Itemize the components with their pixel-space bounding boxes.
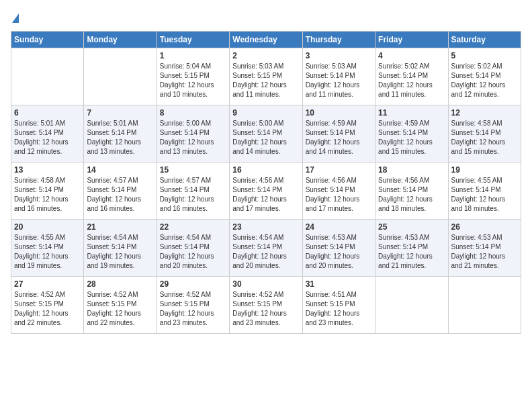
day-cell: 11Sunrise: 4:59 AM Sunset: 5:14 PM Dayli… bbox=[375, 105, 448, 162]
header-sunday: Sunday bbox=[11, 31, 84, 48]
day-cell bbox=[375, 276, 448, 333]
day-number: 30 bbox=[232, 279, 299, 289]
day-number: 1 bbox=[160, 51, 226, 60]
day-number: 15 bbox=[160, 165, 226, 175]
day-info: Sunrise: 4:51 AM Sunset: 5:15 PM Dayligh… bbox=[306, 290, 372, 328]
day-cell: 13Sunrise: 4:58 AM Sunset: 5:14 PM Dayli… bbox=[11, 162, 84, 219]
day-cell: 19Sunrise: 4:55 AM Sunset: 5:14 PM Dayli… bbox=[448, 162, 521, 219]
day-cell: 3Sunrise: 5:03 AM Sunset: 5:14 PM Daylig… bbox=[302, 48, 375, 105]
week-row-1: 1Sunrise: 5:04 AM Sunset: 5:15 PM Daylig… bbox=[11, 48, 521, 105]
day-number: 6 bbox=[14, 108, 81, 118]
day-cell: 8Sunrise: 5:00 AM Sunset: 5:14 PM Daylig… bbox=[157, 105, 229, 162]
day-cell: 23Sunrise: 4:54 AM Sunset: 5:14 PM Dayli… bbox=[230, 219, 302, 276]
day-number: 27 bbox=[14, 279, 81, 289]
calendar-table: SundayMondayTuesdayWednesdayThursdayFrid… bbox=[11, 31, 521, 334]
day-cell bbox=[11, 48, 84, 105]
day-number: 22 bbox=[160, 222, 226, 232]
week-row-2: 6Sunrise: 5:01 AM Sunset: 5:14 PM Daylig… bbox=[11, 105, 521, 162]
day-cell: 7Sunrise: 5:01 AM Sunset: 5:14 PM Daylig… bbox=[84, 105, 157, 162]
day-cell: 1Sunrise: 5:04 AM Sunset: 5:15 PM Daylig… bbox=[157, 48, 229, 105]
day-number: 20 bbox=[14, 222, 81, 232]
day-number: 31 bbox=[306, 279, 372, 289]
day-info: Sunrise: 4:56 AM Sunset: 5:14 PM Dayligh… bbox=[378, 176, 445, 214]
day-number: 10 bbox=[306, 108, 372, 118]
day-info: Sunrise: 4:53 AM Sunset: 5:14 PM Dayligh… bbox=[451, 233, 518, 271]
day-cell: 17Sunrise: 4:56 AM Sunset: 5:14 PM Dayli… bbox=[302, 162, 375, 219]
day-cell: 31Sunrise: 4:51 AM Sunset: 5:15 PM Dayli… bbox=[302, 276, 375, 333]
day-cell: 28Sunrise: 4:52 AM Sunset: 5:15 PM Dayli… bbox=[84, 276, 157, 333]
header-tuesday: Tuesday bbox=[157, 31, 229, 48]
day-cell bbox=[448, 276, 521, 333]
calendar-header-row: SundayMondayTuesdayWednesdayThursdayFrid… bbox=[11, 31, 521, 48]
day-cell: 15Sunrise: 4:57 AM Sunset: 5:14 PM Dayli… bbox=[157, 162, 229, 219]
header-saturday: Saturday bbox=[448, 31, 521, 48]
day-info: Sunrise: 4:59 AM Sunset: 5:14 PM Dayligh… bbox=[306, 119, 372, 156]
day-cell: 4Sunrise: 5:02 AM Sunset: 5:14 PM Daylig… bbox=[375, 48, 448, 105]
day-number: 25 bbox=[378, 222, 445, 232]
day-info: Sunrise: 4:57 AM Sunset: 5:14 PM Dayligh… bbox=[87, 176, 153, 214]
day-number: 13 bbox=[14, 165, 81, 175]
day-info: Sunrise: 5:00 AM Sunset: 5:14 PM Dayligh… bbox=[160, 119, 226, 156]
day-cell: 30Sunrise: 4:52 AM Sunset: 5:15 PM Dayli… bbox=[230, 276, 302, 333]
day-cell: 21Sunrise: 4:54 AM Sunset: 5:14 PM Dayli… bbox=[84, 219, 157, 276]
header-wednesday: Wednesday bbox=[230, 31, 302, 48]
day-cell: 14Sunrise: 4:57 AM Sunset: 5:14 PM Dayli… bbox=[84, 162, 157, 219]
day-cell: 9Sunrise: 5:00 AM Sunset: 5:14 PM Daylig… bbox=[230, 105, 302, 162]
week-row-4: 20Sunrise: 4:55 AM Sunset: 5:14 PM Dayli… bbox=[11, 219, 521, 276]
day-info: Sunrise: 4:57 AM Sunset: 5:14 PM Dayligh… bbox=[160, 176, 226, 214]
day-cell: 10Sunrise: 4:59 AM Sunset: 5:14 PM Dayli… bbox=[302, 105, 375, 162]
day-number: 21 bbox=[87, 222, 153, 232]
day-number: 14 bbox=[87, 165, 153, 175]
day-number: 16 bbox=[232, 165, 299, 175]
day-number: 2 bbox=[232, 51, 299, 60]
day-cell: 24Sunrise: 4:53 AM Sunset: 5:14 PM Dayli… bbox=[302, 219, 375, 276]
day-info: Sunrise: 4:56 AM Sunset: 5:14 PM Dayligh… bbox=[232, 176, 299, 214]
day-cell: 22Sunrise: 4:54 AM Sunset: 5:14 PM Dayli… bbox=[157, 219, 229, 276]
day-info: Sunrise: 5:02 AM Sunset: 5:14 PM Dayligh… bbox=[378, 62, 445, 99]
header bbox=[11, 11, 521, 24]
day-info: Sunrise: 4:52 AM Sunset: 5:15 PM Dayligh… bbox=[87, 290, 153, 328]
day-number: 3 bbox=[306, 51, 372, 60]
day-number: 19 bbox=[451, 165, 518, 175]
day-info: Sunrise: 4:53 AM Sunset: 5:14 PM Dayligh… bbox=[306, 233, 372, 271]
day-cell: 27Sunrise: 4:52 AM Sunset: 5:15 PM Dayli… bbox=[11, 276, 84, 333]
day-cell: 12Sunrise: 4:58 AM Sunset: 5:14 PM Dayli… bbox=[448, 105, 521, 162]
day-number: 5 bbox=[451, 51, 518, 60]
day-number: 7 bbox=[87, 108, 153, 118]
header-friday: Friday bbox=[375, 31, 448, 48]
day-cell: 5Sunrise: 5:02 AM Sunset: 5:14 PM Daylig… bbox=[448, 48, 521, 105]
day-info: Sunrise: 4:52 AM Sunset: 5:15 PM Dayligh… bbox=[160, 290, 226, 328]
day-cell: 6Sunrise: 5:01 AM Sunset: 5:14 PM Daylig… bbox=[11, 105, 84, 162]
day-cell: 16Sunrise: 4:56 AM Sunset: 5:14 PM Dayli… bbox=[230, 162, 302, 219]
header-monday: Monday bbox=[84, 31, 157, 48]
day-number: 8 bbox=[160, 108, 226, 118]
day-info: Sunrise: 5:00 AM Sunset: 5:14 PM Dayligh… bbox=[232, 119, 299, 156]
day-number: 12 bbox=[451, 108, 518, 118]
day-info: Sunrise: 4:54 AM Sunset: 5:14 PM Dayligh… bbox=[232, 233, 299, 271]
day-info: Sunrise: 4:55 AM Sunset: 5:14 PM Dayligh… bbox=[14, 233, 81, 271]
day-cell: 2Sunrise: 5:03 AM Sunset: 5:15 PM Daylig… bbox=[230, 48, 302, 105]
day-number: 26 bbox=[451, 222, 518, 232]
week-row-5: 27Sunrise: 4:52 AM Sunset: 5:15 PM Dayli… bbox=[11, 276, 521, 333]
day-number: 24 bbox=[306, 222, 372, 232]
day-number: 28 bbox=[87, 279, 153, 289]
day-info: Sunrise: 4:52 AM Sunset: 5:15 PM Dayligh… bbox=[14, 290, 81, 328]
logo bbox=[11, 11, 19, 24]
day-cell: 20Sunrise: 4:55 AM Sunset: 5:14 PM Dayli… bbox=[11, 219, 84, 276]
day-info: Sunrise: 4:55 AM Sunset: 5:14 PM Dayligh… bbox=[451, 176, 518, 214]
day-info: Sunrise: 5:01 AM Sunset: 5:14 PM Dayligh… bbox=[14, 119, 81, 156]
day-number: 11 bbox=[378, 108, 445, 118]
day-info: Sunrise: 4:54 AM Sunset: 5:14 PM Dayligh… bbox=[160, 233, 226, 271]
day-info: Sunrise: 5:01 AM Sunset: 5:14 PM Dayligh… bbox=[87, 119, 153, 156]
day-number: 9 bbox=[232, 108, 299, 118]
day-info: Sunrise: 4:53 AM Sunset: 5:14 PM Dayligh… bbox=[378, 233, 445, 271]
day-info: Sunrise: 4:54 AM Sunset: 5:14 PM Dayligh… bbox=[87, 233, 153, 271]
logo-triangle-icon bbox=[12, 13, 19, 23]
day-cell: 26Sunrise: 4:53 AM Sunset: 5:14 PM Dayli… bbox=[448, 219, 521, 276]
day-info: Sunrise: 4:58 AM Sunset: 5:14 PM Dayligh… bbox=[14, 176, 81, 214]
day-number: 4 bbox=[378, 51, 445, 60]
header-thursday: Thursday bbox=[302, 31, 375, 48]
day-info: Sunrise: 4:52 AM Sunset: 5:15 PM Dayligh… bbox=[232, 290, 299, 328]
day-number: 17 bbox=[306, 165, 372, 175]
day-number: 18 bbox=[378, 165, 445, 175]
